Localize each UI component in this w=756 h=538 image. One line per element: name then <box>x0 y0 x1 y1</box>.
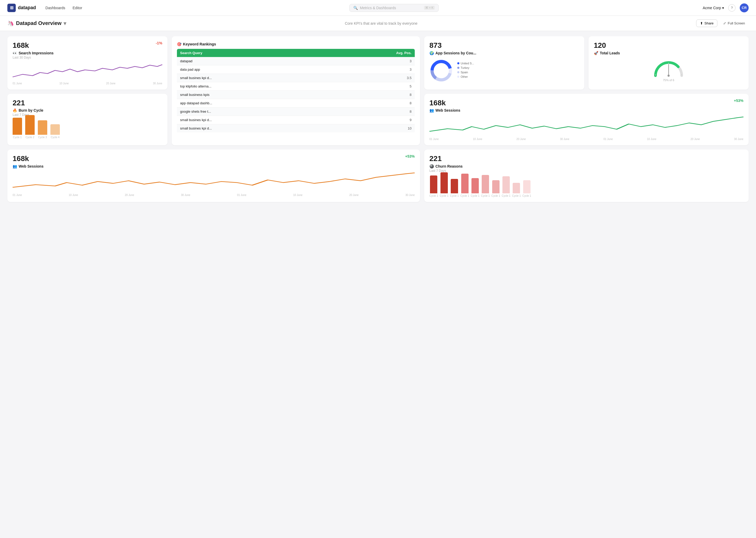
web-sessions-bottom-change: +53% <box>405 154 415 158</box>
legend-label-tr: Turkey <box>461 66 469 69</box>
dashboard-title-container: 🦄 Datapad Overview ▾ <box>7 20 66 27</box>
avatar[interactable]: CR <box>740 3 749 12</box>
burn-subtitle: Last 7 Days <box>13 113 162 117</box>
web-sessions-metric: 168k <box>429 99 446 107</box>
bar-col: Cycle 2 <box>25 115 35 139</box>
nav-dashboards[interactable]: Dashboards <box>42 4 69 12</box>
churn-bar-label: Cycle 1 <box>429 194 438 197</box>
company-selector[interactable]: Acme Corp ▾ <box>703 6 724 10</box>
churn-bar-label: Cycle 1 <box>522 194 531 197</box>
search-impressions-metric: 168k <box>13 41 29 50</box>
churn-bar <box>441 172 448 193</box>
navbar: ⊞ datapad Dashboards Editor 🔍 Metrics & … <box>0 0 756 16</box>
fullscreen-icon: ⤢ <box>723 21 726 25</box>
legend-label-es: Spain <box>461 71 468 74</box>
web-sessions-bottom-metric: 168k <box>13 154 29 163</box>
keyword-table-rows: datapad3data pad app3small busines kpi d… <box>177 57 415 133</box>
bar-col: Cycle 1 <box>492 180 500 197</box>
web-sessions-chart <box>429 116 743 136</box>
burn-metric: 221 <box>13 99 25 107</box>
legend-dot-es <box>457 71 459 73</box>
keyword-pos: 3 <box>410 59 412 63</box>
bar-col: Cycle 1 <box>522 180 531 197</box>
app-sessions-card: 873 🌍 App Sessions by Cou... United S...… <box>424 36 584 89</box>
keyword-pos: 5 <box>410 84 412 88</box>
app-sessions-donut-container: United S... Turkey Spain Other <box>429 59 579 82</box>
legend-item: Turkey <box>457 66 474 69</box>
web-sessions-bottom-chart <box>13 172 415 192</box>
churn-bar <box>482 175 489 193</box>
keyword-table-row: small busines kpi d...10 <box>177 124 415 133</box>
search-container: 🔍 Metrics & Dashboards ⌘ + K <box>92 4 696 12</box>
keyword-pos: 10 <box>408 126 411 130</box>
total-leads-metric: 120 <box>594 41 606 49</box>
dashboard-grid: 168k -1% 👀 Search Impressions Last 30 Da… <box>0 31 756 207</box>
dashboard-subtitle: Core KPI's that are vital to track by ev… <box>71 21 692 26</box>
keyword-table-row: data pad app3 <box>177 65 415 74</box>
donut-legend: United S... Turkey Spain Other <box>457 62 474 80</box>
keyword-query: small busines kpi d... <box>180 76 407 80</box>
keyword-table-row: small busines kpi d...3.5 <box>177 74 415 82</box>
app-sessions-title: App Sessions by Cou... <box>436 51 476 55</box>
search-impressions-emoji: 👀 <box>13 51 17 55</box>
churn-bar-label: Cycle 1 <box>471 194 479 197</box>
keyword-pos: 3 <box>410 68 412 72</box>
company-name: Acme Corp <box>703 6 721 10</box>
churn-bar <box>471 178 479 193</box>
bar-label: Cycle 2 <box>25 136 34 139</box>
keyword-table-row: small business kpis8 <box>177 91 415 99</box>
legend-label-us: United S... <box>461 62 474 65</box>
chevron-down-icon[interactable]: ▾ <box>64 20 66 27</box>
keyword-query: app datapad dashb... <box>180 101 409 105</box>
keyword-table-row: datapad3 <box>177 57 415 65</box>
bar-col: Cycle 3 <box>38 120 47 139</box>
churn-subtitle: Last 7 Days <box>429 169 743 173</box>
search-impressions-axis: 01 June 10 June 20 June 30 June <box>13 82 162 85</box>
churn-bar <box>430 176 437 193</box>
keyword-rankings-card: 🎯 Keyword Rankings Search Query Avg. Pos… <box>172 36 420 145</box>
churn-bar-chart: Cycle 1 Cycle 1 Cycle 1 Cycle 1 Cycle 1 … <box>429 176 743 197</box>
dashboard-actions: ⬆ Share ⤢ Full Screen <box>696 20 749 27</box>
help-button[interactable]: ? <box>728 4 735 12</box>
web-sessions-bottom-card: 168k 👥 Web Sessions +53% 01 June 10 June… <box>7 149 420 202</box>
churn-bar-label: Cycle 1 <box>492 194 500 197</box>
bar-label: Cycle 4 <box>51 136 59 139</box>
logo[interactable]: ⊞ datapad <box>7 4 36 12</box>
navbar-right: Acme Corp ▾ ? CR <box>703 3 749 12</box>
fullscreen-button[interactable]: ⤢ Full Screen <box>720 20 749 27</box>
bar-label: Cycle 3 <box>38 136 47 139</box>
churn-reasons-card: 221 🎱 Churn Reasons Last 7 Days Cycle 1 … <box>424 149 749 202</box>
web-sessions-title: Web Sessions <box>436 108 460 112</box>
churn-bar <box>461 174 469 193</box>
bar-col: Cycle 1 <box>471 178 479 197</box>
legend-label-other: Other <box>461 75 468 78</box>
keyword-query: small busines kpi d... <box>180 126 408 130</box>
share-button[interactable]: ⬆ Share <box>696 20 718 27</box>
search-placeholder: Metrics & Dashboards <box>360 6 396 10</box>
bar <box>38 120 47 135</box>
keyword-query: datapad <box>180 59 409 63</box>
churn-bar <box>451 179 458 193</box>
bar-col: Cycle 1 <box>429 176 438 197</box>
keyword-emoji: 🎯 <box>177 42 181 46</box>
bar-label: Cycle 1 <box>13 136 22 139</box>
nav-editor[interactable]: Editor <box>70 4 86 12</box>
legend-dot-us <box>457 62 459 64</box>
bar-col: Cycle 1 <box>450 179 458 197</box>
app-sessions-metric: 873 <box>429 41 442 49</box>
bar-col: Cycle 1 <box>13 118 22 139</box>
share-icon: ⬆ <box>700 21 703 25</box>
page-title: Datapad Overview <box>16 20 62 26</box>
keyword-table-header: Search Query Avg. Pos. <box>177 49 415 57</box>
churn-title: Churn Reasons <box>436 164 462 168</box>
nav-links: Dashboards Editor <box>42 4 85 12</box>
keyword-query: top klipfolio alterna... <box>180 84 409 88</box>
search-bar[interactable]: 🔍 Metrics & Dashboards ⌘ + K <box>350 4 439 12</box>
total-leads-emoji: 🚀 <box>594 51 598 55</box>
search-impressions-change: -1% <box>156 41 162 45</box>
app-sessions-donut <box>429 59 453 82</box>
burn-bar-chart: Cycle 1 Cycle 2 Cycle 3 Cycle 4 <box>13 120 162 139</box>
total-leads-card: 120 🚀 Total Leads 75% of 6 <box>589 36 749 89</box>
bar <box>50 124 60 135</box>
keyword-pos: 3.5 <box>407 76 412 80</box>
